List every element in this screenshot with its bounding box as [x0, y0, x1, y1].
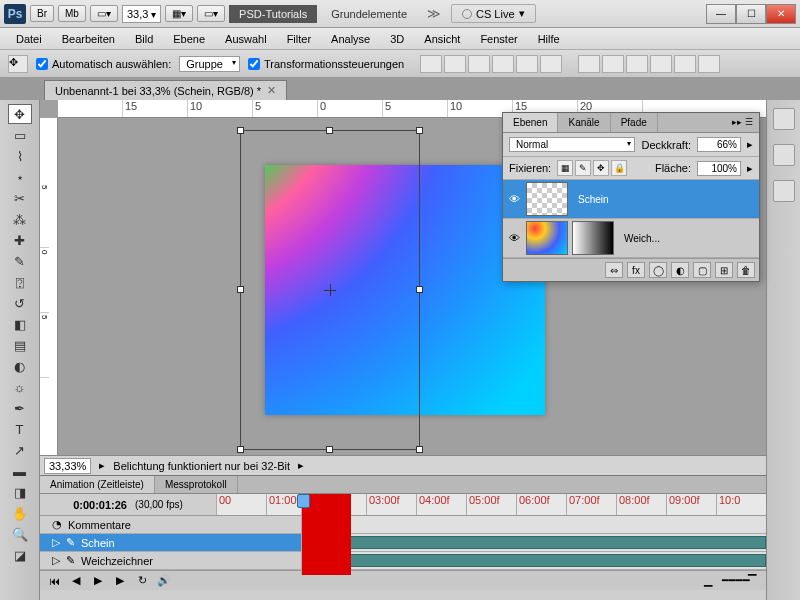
align-top-icon[interactable] [420, 55, 442, 73]
align-left-icon[interactable] [492, 55, 514, 73]
dist-4-icon[interactable] [650, 55, 672, 73]
zoom-in-icon[interactable]: ▔ [744, 574, 760, 587]
fx-icon[interactable]: fx [627, 262, 645, 278]
group-icon[interactable]: ▢ [693, 262, 711, 278]
rewind-icon[interactable]: ⏮ [46, 575, 62, 587]
minimize-button[interactable]: — [706, 4, 736, 24]
lock-pixels-icon[interactable]: ✎ [575, 160, 591, 176]
align-hcenter-icon[interactable] [516, 55, 538, 73]
align-right-icon[interactable] [540, 55, 562, 73]
close-button[interactable]: ✕ [766, 4, 796, 24]
align-bottom-icon[interactable] [468, 55, 490, 73]
handle-bm[interactable] [326, 446, 333, 453]
stamp-tool[interactable]: ⍰ [8, 272, 32, 292]
blur-tool[interactable]: ◐ [8, 356, 32, 376]
delete-layer-icon[interactable]: 🗑 [737, 262, 755, 278]
visibility-eye-icon[interactable]: 👁 [506, 193, 522, 205]
transform-center-icon[interactable] [324, 284, 336, 296]
menu-auswahl[interactable]: Auswahl [215, 31, 277, 47]
adjustment-icon[interactable]: ◐ [671, 262, 689, 278]
document-tab[interactable]: Unbenannt-1 bei 33,3% (Schein, RGB/8) * … [44, 80, 287, 100]
layers-dock-icon[interactable] [773, 108, 795, 130]
auto-select-input[interactable] [36, 58, 48, 70]
eraser-tool[interactable]: ◧ [8, 314, 32, 334]
layer-row-schein[interactable]: 👁 Schein [503, 180, 759, 219]
history-brush-tool[interactable]: ↺ [8, 293, 32, 313]
layer-row-weich[interactable]: 👁 Weich... [503, 219, 759, 258]
zoom-slider[interactable]: ━━━━ [722, 574, 738, 587]
playhead[interactable] [301, 494, 351, 575]
opacity-flyout-icon[interactable]: ▸ [747, 138, 753, 151]
menu-fenster[interactable]: Fenster [470, 31, 527, 47]
visibility-eye-icon[interactable]: 👁 [506, 232, 522, 244]
styles-dock-icon[interactable] [773, 180, 795, 202]
handle-tr[interactable] [416, 127, 423, 134]
menu-hilfe[interactable]: Hilfe [528, 31, 570, 47]
layer-thumb[interactable] [526, 182, 568, 216]
shape-tool[interactable]: ▬ [8, 461, 32, 481]
lock-all-icon[interactable]: 🔒 [611, 160, 627, 176]
brush-tool[interactable]: ✎ [8, 251, 32, 271]
auto-select-checkbox[interactable]: Automatisch auswählen: [36, 58, 171, 70]
expand-icon[interactable]: ▷ [52, 536, 60, 549]
timeline-ruler[interactable]: 0001:00f02:00f 03:00f04:00f05:00f 06:00f… [216, 494, 766, 515]
panel-menu-icon[interactable]: ▸▸ ☰ [726, 113, 759, 132]
audio-icon[interactable]: 🔊 [156, 574, 172, 587]
mask-icon[interactable]: ◯ [649, 262, 667, 278]
auto-select-dropdown[interactable]: Gruppe [179, 56, 240, 72]
handle-tm[interactable] [326, 127, 333, 134]
handle-ml[interactable] [237, 286, 244, 293]
layer-thumb[interactable] [526, 221, 568, 255]
link-layers-icon[interactable]: ⇔ [605, 262, 623, 278]
workspace-psd-tutorials[interactable]: PSD-Tutorials [229, 5, 317, 23]
cslive-button[interactable]: CS Live ▾ [451, 4, 536, 23]
loop-icon[interactable]: ↻ [134, 574, 150, 587]
menu-analyse[interactable]: Analyse [321, 31, 380, 47]
next-frame-icon[interactable]: ▶ [112, 574, 128, 587]
handle-mr[interactable] [416, 286, 423, 293]
eyedropper-tool[interactable]: ⁂ [8, 209, 32, 229]
align-vcenter-icon[interactable] [444, 55, 466, 73]
zoom-out-icon[interactable]: ▁ [700, 574, 716, 587]
tab-animation[interactable]: Animation (Zeitleiste) [40, 476, 155, 493]
menu-bearbeiten[interactable]: Bearbeiten [52, 31, 125, 47]
tab-pfade[interactable]: Pfade [611, 113, 658, 132]
tab-messprotokoll[interactable]: Messprotokoll [155, 476, 238, 493]
new-layer-icon[interactable]: ⊞ [715, 262, 733, 278]
close-tab-icon[interactable]: ✕ [267, 84, 276, 97]
fg-bg-colors[interactable]: ◪ [8, 545, 32, 565]
blend-mode-dropdown[interactable]: Normal [509, 137, 635, 152]
zoom-field[interactable]: 33,33% [44, 458, 91, 474]
dist-5-icon[interactable] [674, 55, 696, 73]
fill-input[interactable]: 100% [697, 161, 741, 176]
type-tool[interactable]: T [8, 419, 32, 439]
transform-box[interactable] [240, 130, 420, 450]
expand-icon[interactable]: ▷ [52, 554, 60, 567]
dist-1-icon[interactable] [578, 55, 600, 73]
dodge-tool[interactable]: ☼ [8, 377, 32, 397]
play-icon[interactable]: ▶ [90, 574, 106, 587]
view-extras-button[interactable]: ▦▾ [165, 5, 193, 22]
tab-ebenen[interactable]: Ebenen [503, 113, 558, 132]
menu-ebene[interactable]: Ebene [163, 31, 215, 47]
3d-tool[interactable]: ◨ [8, 482, 32, 502]
hand-tool[interactable]: ✋ [8, 503, 32, 523]
maximize-button[interactable]: ☐ [736, 4, 766, 24]
move-tool-icon[interactable]: ✥ [8, 55, 28, 73]
transform-controls-checkbox[interactable]: Transformationssteuerungen [248, 58, 404, 70]
workspace-more-icon[interactable]: ≫ [421, 6, 447, 21]
tab-kanaele[interactable]: Kanäle [558, 113, 610, 132]
handle-tl[interactable] [237, 127, 244, 134]
transform-controls-input[interactable] [248, 58, 260, 70]
screen-mode-button[interactable]: ▭▾ [90, 5, 118, 22]
track-schein[interactable]: ▷✎Schein [40, 534, 766, 552]
lasso-tool[interactable]: ⌇ [8, 146, 32, 166]
wand-tool[interactable]: ⋆ [8, 167, 32, 187]
prev-frame-icon[interactable]: ◀ [68, 574, 84, 587]
menu-datei[interactable]: Datei [6, 31, 52, 47]
dist-2-icon[interactable] [602, 55, 624, 73]
gradient-tool[interactable]: ▤ [8, 335, 32, 355]
menu-ansicht[interactable]: Ansicht [414, 31, 470, 47]
track-weichzeichner[interactable]: ▷✎Weichzeichner [40, 552, 766, 570]
status-arrow-icon[interactable]: ▸ [298, 459, 304, 472]
